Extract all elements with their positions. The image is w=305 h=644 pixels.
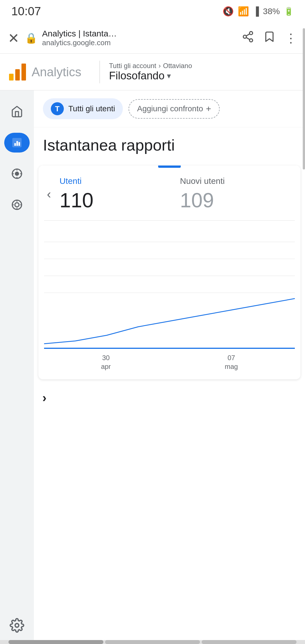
ga-divider [99, 61, 100, 83]
sidebar-item-reports[interactable] [0, 127, 34, 158]
segment-bar: T Tutti gli utenti Aggiungi confronto + [34, 90, 305, 127]
metric-users-label: Utenti [60, 176, 169, 186]
browser-url-text: Analytics | Istanta… analytics.google.co… [42, 29, 117, 47]
sidebar-settings[interactable] [0, 618, 34, 633]
right-scrollbar [303, 28, 305, 169]
chart-area: 30 apr 07 mag [38, 217, 300, 379]
ga-logo-bar-3 [21, 64, 26, 80]
ga-logo-bar-2 [15, 69, 20, 80]
chart-svg [44, 293, 295, 349]
settings-icon [10, 618, 24, 633]
home-icon [11, 105, 23, 118]
chart-x-labels: 30 apr 07 mag [44, 351, 295, 374]
metric-new-users-value: 109 [180, 189, 289, 212]
mute-icon: 🔇 [223, 6, 234, 17]
svg-point-12 [15, 203, 19, 207]
ga-account-area: Tutti gli account › Ottaviano Filosofand… [109, 62, 192, 82]
chart-line-1 [44, 225, 295, 242]
page-title: Istantanea rapporti [43, 136, 296, 154]
page-title-area: Istantanea rapporti [34, 127, 305, 160]
status-icons: 🔇 📶 ▐ 38% 🔋 [223, 6, 294, 17]
advertising-icon [11, 199, 23, 211]
ga-dropdown-arrow: ▾ [167, 71, 171, 80]
wifi-icon: 📶 [238, 6, 249, 17]
add-comparison-plus-icon: + [206, 104, 211, 114]
svg-rect-6 [14, 143, 16, 146]
bookmark-icon[interactable] [263, 31, 276, 46]
ga-all-accounts[interactable]: Tutti gli account [109, 62, 156, 70]
scroll-indicator-1 [8, 640, 103, 644]
metrics-grid: Utenti 110 Nuovi utenti 109 [54, 176, 295, 212]
battery-text: 38% [263, 6, 280, 16]
next-button[interactable]: › [42, 391, 47, 404]
svg-rect-8 [19, 142, 20, 146]
sidebar-item-advertising[interactable] [0, 189, 34, 220]
lock-icon: 🔒 [25, 32, 38, 44]
metric-new-users: Nuovi utenti 109 [174, 176, 295, 212]
chart-line-3 [44, 259, 295, 276]
share-icon[interactable] [242, 31, 254, 46]
svg-line-3 [246, 37, 250, 39]
svg-point-13 [15, 624, 19, 627]
chart-line-4 [44, 276, 295, 293]
browser-bar: ✕ 🔒 Analytics | Istanta… analytics.googl… [0, 23, 305, 54]
ga-logo-text: Analytics [32, 65, 81, 79]
sidebar-item-explore[interactable] [0, 158, 34, 189]
chart-lines [44, 220, 295, 293]
ga-property-name: Filosofando [109, 70, 164, 82]
ga-breadcrumb: Tutti gli account › Ottaviano [109, 62, 192, 70]
signal-icon: ▐ [253, 6, 259, 16]
browser-domain: analytics.google.com [42, 38, 117, 47]
scroll-indicator-2 [105, 640, 200, 644]
ga-logo-bar-1 [9, 74, 14, 80]
reports-icon [11, 136, 23, 149]
segment-chip-label: Tutti gli utenti [68, 104, 115, 113]
metric-new-users-label: Nuovi utenti [180, 176, 289, 186]
chart-x-label-1: 30 apr [101, 353, 111, 371]
content-area: T Tutti gli utenti Aggiungi confronto + … [34, 90, 305, 644]
ga-property-selector[interactable]: Filosofando ▾ [109, 70, 192, 82]
add-comparison-label: Aggiungi confronto [137, 104, 203, 113]
chart-x-label-2: 07 mag [225, 353, 238, 371]
browser-url-area: 🔒 Analytics | Istanta… analytics.google.… [25, 29, 236, 47]
report-card-top-bar [158, 166, 181, 168]
ga-logo-area: Analytics [9, 64, 90, 80]
sidebar [0, 90, 34, 644]
metric-users-value: 110 [60, 189, 169, 212]
sidebar-item-explore-bg [4, 164, 30, 184]
more-options-icon[interactable]: ⋮ [285, 31, 297, 45]
report-metrics: ‹ Utenti 110 Nuovi utenti 109 [38, 168, 300, 217]
explore-icon [11, 167, 23, 180]
status-bar: 10:07 🔇 📶 ▐ 38% 🔋 [0, 0, 305, 23]
sidebar-item-reports-bg [4, 133, 30, 153]
ga-header: Analytics Tutti gli account › Ottaviano … [0, 54, 305, 90]
next-btn-area[interactable]: › [34, 385, 305, 410]
metric-users: Utenti 110 [54, 176, 175, 212]
battery-icon: 🔋 [284, 7, 294, 16]
chart-line-2 [44, 242, 295, 259]
browser-title: Analytics | Istanta… [42, 29, 117, 38]
main-layout: T Tutti gli utenti Aggiungi confronto + … [0, 90, 305, 644]
ga-breadcrumb-arrow: › [158, 62, 161, 70]
metrics-prev-button[interactable]: ‹ [44, 184, 54, 204]
segment-chip-icon: T [51, 102, 64, 115]
report-card: ‹ Utenti 110 Nuovi utenti 109 [38, 166, 300, 379]
svg-rect-7 [16, 141, 18, 146]
ga-account-name: Ottaviano [163, 62, 192, 70]
status-time: 10:07 [11, 5, 41, 18]
segment-chip-all-users[interactable]: T Tutti gli utenti [43, 98, 123, 119]
scroll-indicator-3 [202, 640, 297, 644]
close-tab-button[interactable]: ✕ [8, 30, 19, 46]
browser-actions: ⋮ [242, 31, 297, 46]
bottom-scroll-bar [0, 640, 305, 644]
sidebar-item-home-bg [4, 102, 30, 121]
sidebar-item-home[interactable] [0, 96, 34, 127]
svg-line-4 [246, 34, 250, 36]
ga-logo-bars [9, 64, 26, 80]
add-comparison-button[interactable]: Aggiungi confronto + [128, 99, 219, 119]
sidebar-item-advertising-bg [4, 195, 30, 215]
